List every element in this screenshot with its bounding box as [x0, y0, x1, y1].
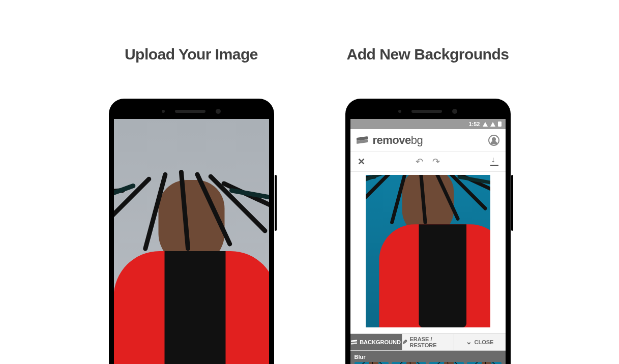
- account-icon[interactable]: [488, 135, 499, 146]
- wifi-icon: [483, 122, 488, 127]
- person-figure: [114, 180, 269, 364]
- sensor-dot-icon: [398, 110, 401, 113]
- upload-heading: Upload Your Image: [125, 46, 258, 63]
- editor-canvas[interactable]: [366, 175, 490, 327]
- chevron-down-icon: [466, 339, 472, 346]
- upload-column: Upload Your Image: [109, 46, 274, 364]
- background-thumb[interactable]: [429, 362, 464, 364]
- thumbs-row: [355, 362, 502, 364]
- layers-icon: [351, 339, 357, 345]
- phone-speaker-row: [350, 104, 506, 119]
- uploaded-photo: [114, 119, 269, 364]
- sensor-dot-icon: [162, 110, 165, 113]
- phone-screen-upload: [114, 119, 269, 364]
- speaker-icon: [411, 110, 442, 113]
- front-camera-icon: [216, 109, 221, 114]
- tab-erase-restore[interactable]: ERASE / RESTORE: [402, 334, 454, 350]
- undo-icon[interactable]: ↶: [416, 156, 423, 167]
- statusbar-time: 1:52: [468, 121, 480, 127]
- person-figure: [379, 175, 476, 327]
- phone-mockup-editor: 1:52 removebg ✕: [345, 99, 511, 364]
- backgrounds-column: Add New Backgrounds 1:52: [345, 46, 511, 364]
- backgrounds-heading: Add New Backgrounds: [347, 46, 509, 63]
- tab-close-label: CLOSE: [475, 339, 494, 345]
- logo-layers-icon: [357, 135, 368, 146]
- battery-icon: [498, 122, 502, 127]
- figure-jacket: [114, 251, 269, 364]
- tab-close[interactable]: CLOSE: [454, 334, 506, 350]
- redo-icon[interactable]: ↷: [432, 156, 440, 167]
- logo-secondary: bg: [411, 134, 423, 146]
- feature-row: Upload Your Image: [0, 0, 619, 364]
- speaker-icon: [175, 110, 205, 113]
- close-icon[interactable]: ✕: [358, 156, 365, 167]
- editor-tabs: BACKGROUND ERASE / RESTORE CLOSE: [350, 333, 506, 351]
- logo-primary: remove: [373, 134, 411, 146]
- editor-canvas-area: [350, 172, 506, 333]
- app-header: removebg: [350, 129, 506, 151]
- background-thumb[interactable]: [392, 362, 426, 364]
- download-icon[interactable]: [490, 157, 498, 166]
- phone-mockup-upload: [109, 99, 274, 364]
- eraser-icon: [402, 339, 407, 346]
- background-thumb[interactable]: [355, 362, 389, 364]
- cell-signal-icon: [490, 122, 495, 127]
- phone-screen-editor: 1:52 removebg ✕: [350, 119, 506, 364]
- tab-background[interactable]: BACKGROUND: [350, 334, 402, 350]
- app-logo-text: removebg: [373, 134, 423, 147]
- phone-speaker-row: [114, 104, 269, 119]
- tab-erase-label: ERASE / RESTORE: [410, 336, 454, 348]
- background-thumbnails: Blur: [350, 351, 506, 364]
- thumbs-section-label: Blur: [355, 354, 502, 360]
- editor-toolbar: ✕ ↶ ↷: [350, 151, 506, 172]
- background-thumb[interactable]: [467, 362, 502, 364]
- tab-background-label: BACKGROUND: [360, 339, 401, 345]
- front-camera-icon: [452, 109, 457, 114]
- android-statusbar: 1:52: [350, 119, 506, 129]
